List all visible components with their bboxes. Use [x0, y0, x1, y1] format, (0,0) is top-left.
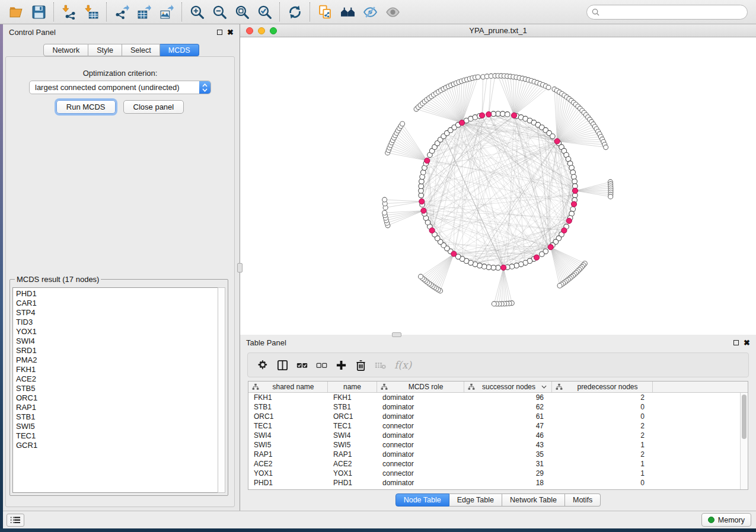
- mcds-result-item[interactable]: SWI5: [16, 422, 218, 431]
- network-canvas[interactable]: [240, 37, 756, 335]
- table-row[interactable]: STB1STB1dominator620: [248, 402, 748, 412]
- float-panel-icon[interactable]: [217, 30, 222, 35]
- mcds-dominator-node[interactable]: [486, 111, 492, 117]
- export-network-button[interactable]: [110, 2, 133, 22]
- mcds-result-item[interactable]: STB1: [16, 412, 218, 422]
- show-columns-button[interactable]: [275, 357, 290, 373]
- mcds-result-item[interactable]: RAP1: [16, 403, 218, 412]
- table-scrollbar[interactable]: [740, 393, 748, 489]
- mcds-dominator-node[interactable]: [459, 120, 464, 126]
- table-row[interactable]: TEC1TEC1connector472: [248, 421, 748, 431]
- refresh-view-button[interactable]: [283, 2, 306, 22]
- tab-edge-table[interactable]: Edge Table: [449, 493, 502, 507]
- mcds-result-item[interactable]: STB5: [16, 384, 218, 393]
- mcds-result-item[interactable]: YOX1: [16, 327, 218, 336]
- import-network-button[interactable]: [58, 2, 80, 22]
- table-row[interactable]: ORC1ORC1dominator610: [248, 412, 748, 421]
- export-image-button[interactable]: [155, 2, 178, 22]
- deselect-all-button[interactable]: [314, 357, 329, 373]
- network-leaf-node[interactable]: [476, 75, 480, 79]
- show-all-button[interactable]: [381, 2, 404, 22]
- close-panel-button[interactable]: Close panel: [123, 100, 184, 114]
- table-row[interactable]: ACE2ACE2connector311: [248, 459, 748, 469]
- close-panel-icon[interactable]: ✖: [744, 339, 750, 347]
- delete-columns-button[interactable]: [353, 357, 368, 373]
- mcds-dominator-node[interactable]: [419, 199, 425, 204]
- network-node[interactable]: [420, 174, 425, 180]
- mcds-result-item[interactable]: ORC1: [16, 393, 218, 403]
- mcds-dominator-node[interactable]: [534, 255, 539, 260]
- mcds-dominator-node[interactable]: [511, 113, 516, 118]
- criterion-dropdown[interactable]: largest connected component (undirected): [29, 81, 211, 94]
- mcds-dominator-node[interactable]: [571, 201, 576, 207]
- network-leaf-node[interactable]: [419, 274, 423, 279]
- mcds-dominator-node[interactable]: [451, 251, 457, 257]
- network-node[interactable]: [491, 265, 496, 271]
- zoom-in-button[interactable]: [186, 2, 208, 22]
- tab-mcds[interactable]: MCDS: [160, 44, 199, 56]
- float-panel-icon[interactable]: [733, 340, 739, 345]
- function-builder-button[interactable]: f(x): [394, 359, 412, 371]
- network-node[interactable]: [505, 112, 510, 117]
- tab-style[interactable]: Style: [88, 44, 122, 56]
- task-history-button[interactable]: [7, 514, 24, 527]
- tab-select[interactable]: Select: [122, 44, 160, 56]
- mcds-dominator-node[interactable]: [562, 227, 567, 233]
- network-leaf-node[interactable]: [546, 85, 551, 90]
- column-header-name[interactable]: name: [328, 382, 377, 392]
- mcds-dominator-node[interactable]: [425, 158, 430, 164]
- network-node[interactable]: [481, 264, 487, 270]
- network-node[interactable]: [550, 134, 556, 139]
- network-node[interactable]: [570, 170, 576, 175]
- mcds-result-item[interactable]: SWI4: [16, 336, 218, 346]
- network-leaf-node[interactable]: [382, 197, 387, 202]
- mcds-dominator-node[interactable]: [548, 245, 553, 250]
- delete-table-button[interactable]: [372, 357, 388, 373]
- network-leaf-node[interactable]: [492, 302, 496, 306]
- network-node[interactable]: [540, 252, 545, 257]
- table-row[interactable]: RAP1RAP1dominator352: [248, 450, 748, 459]
- network-node[interactable]: [514, 263, 519, 268]
- zoom-selected-button[interactable]: [253, 2, 276, 22]
- mcds-dominator-node[interactable]: [479, 113, 484, 118]
- save-session-button[interactable]: [27, 2, 50, 22]
- mcds-dominator-node[interactable]: [572, 188, 578, 193]
- open-file-button[interactable]: [5, 2, 27, 22]
- import-table-button[interactable]: [80, 2, 103, 22]
- mcds-result-item[interactable]: PMA2: [16, 355, 218, 365]
- network-window-titlebar[interactable]: YPA_prune.txt_1: [240, 24, 756, 37]
- tab-network-table[interactable]: Network Table: [502, 493, 565, 507]
- mcds-dominator-node[interactable]: [421, 208, 426, 213]
- network-node[interactable]: [500, 111, 506, 117]
- mcds-result-item[interactable]: STP4: [16, 308, 218, 318]
- network-leaf-node[interactable]: [604, 145, 608, 150]
- duplicate-network-button[interactable]: [314, 2, 336, 22]
- mcds-result-item[interactable]: FKH1: [16, 365, 218, 374]
- column-header-successor-nodes[interactable]: successor nodes: [464, 382, 552, 392]
- column-header-shared-name[interactable]: shared name: [248, 382, 328, 392]
- table-row[interactable]: PHD1PHD1dominator180: [248, 478, 748, 488]
- mcds-dominator-node[interactable]: [429, 227, 435, 233]
- mcds-dominator-node[interactable]: [501, 265, 506, 270]
- column-header-predecessor-nodes[interactable]: predecessor nodes: [552, 382, 653, 392]
- mcds-result-item[interactable]: SRD1: [16, 346, 218, 355]
- mcds-result-item[interactable]: GCR1: [16, 441, 218, 450]
- first-neighbors-button[interactable]: [336, 2, 359, 22]
- mcds-dominator-node[interactable]: [554, 139, 560, 144]
- tab-motifs[interactable]: Motifs: [565, 493, 601, 507]
- search-input[interactable]: [602, 8, 742, 16]
- table-row[interactable]: SWI4SWI4dominator462: [248, 431, 748, 440]
- mcds-result-item[interactable]: ACE2: [16, 374, 218, 384]
- tab-node-table[interactable]: Node Table: [395, 493, 449, 507]
- network-leaf-node[interactable]: [557, 283, 562, 288]
- mcds-result-item[interactable]: TID3: [16, 318, 218, 327]
- network-leaf-node[interactable]: [382, 210, 387, 215]
- network-node[interactable]: [419, 184, 424, 189]
- table-row[interactable]: YOX1YOX1connector291: [248, 469, 748, 478]
- table-row[interactable]: FKH1FKH1dominator962: [248, 393, 748, 402]
- mcds-result-list[interactable]: PHD1CAR1STP4TID3YOX1SWI4SRD1PMA2FKH1ACE2…: [12, 287, 218, 493]
- scrollbar-thumb[interactable]: [742, 395, 747, 439]
- zoom-out-button[interactable]: [208, 2, 231, 22]
- run-mcds-button[interactable]: Run MCDS: [56, 100, 116, 114]
- mcds-result-item[interactable]: TEC1: [16, 431, 218, 441]
